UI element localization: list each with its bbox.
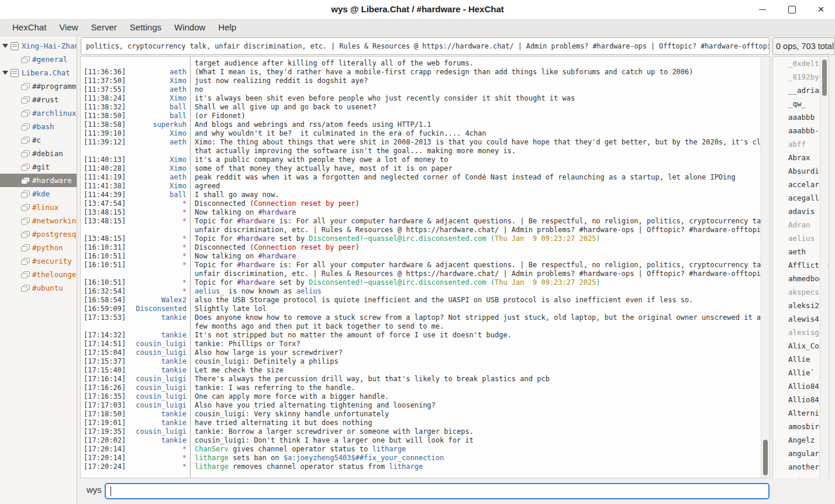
- status-star[interactable]: *: [128, 217, 192, 226]
- menu-item-window[interactable]: Window: [168, 19, 212, 36]
- status-star[interactable]: *: [128, 287, 192, 296]
- nick-label[interactable]: superkuh: [128, 120, 192, 129]
- nick-label[interactable]: aeth: [128, 138, 192, 147]
- chat-row[interactable]: [17:18:50]tankiecousin_luigi: Very skinn…: [84, 410, 761, 419]
- nick-label[interactable]: tankie: [128, 410, 192, 419]
- nick-label[interactable]: aeth: [128, 173, 192, 182]
- nick-label[interactable]: aeth: [128, 85, 192, 94]
- chat-row[interactable]: [11:44:39]ballI shall go away now.: [84, 191, 761, 199]
- status-star[interactable]: *: [128, 454, 192, 462]
- nick-label[interactable]: ball: [128, 191, 192, 199]
- nick-label[interactable]: tankie: [128, 436, 192, 445]
- close-button[interactable]: ×: [816, 5, 826, 14]
- sidebar-item-general[interactable]: #general: [0, 53, 77, 66]
- sidebar-item-programming[interactable]: ##programming: [0, 80, 77, 93]
- status-star[interactable]: *: [128, 445, 192, 454]
- nick-label[interactable]: cousin_luigi: [128, 401, 192, 410]
- chat-row[interactable]: [13:48:15]*Now talking on #hardware: [84, 208, 761, 217]
- chat-row[interactable]: unfair discrimination, etc. | Rules & Re…: [84, 226, 761, 234]
- nick-label[interactable]: tankie: [128, 331, 192, 340]
- chat-row[interactable]: [13:47:54]*Disconnected (Connection rese…: [84, 199, 761, 208]
- menu-item-hexchat[interactable]: HexChat: [6, 19, 53, 36]
- chat-row[interactable]: [13:48:15]*Topic for #hardware set by Di…: [84, 234, 761, 243]
- chat-row[interactable]: unfair discrimination, etc. | Rules & Re…: [84, 270, 761, 278]
- sidebar-item-rust[interactable]: ##rust: [0, 93, 77, 106]
- status-star[interactable]: *: [128, 208, 192, 217]
- chat-row[interactable]: [17:19:01]tankiehave tried alternating i…: [84, 419, 761, 427]
- status-star[interactable]: *: [128, 462, 192, 471]
- nick-label[interactable]: cousin_luigi: [128, 384, 192, 392]
- chat-row[interactable]: [11:37:55]aethno: [84, 85, 761, 94]
- chat-row[interactable]: [11:39:10]Ximoand why wouldn't it be? it…: [84, 129, 761, 138]
- sidebar-item-kde[interactable]: #kde: [0, 187, 77, 201]
- chat-row[interactable]: [17:17:03]cousin_luigiAlso have you trie…: [84, 401, 761, 410]
- chat-row[interactable]: [16:58:54]Walex2also the USB Storage pro…: [84, 296, 761, 305]
- chat-row[interactable]: [17:15:37]tankiecousin_luigi: Definitely…: [84, 357, 761, 366]
- chat-row[interactable]: [17:16:35]cousin_luigiOne can apply more…: [84, 392, 761, 401]
- chat-row[interactable]: [17:14:51]cousin_luigitankie: Phillips o…: [84, 340, 761, 348]
- chat-row[interactable]: few months ago and then put it back toge…: [84, 322, 761, 331]
- chat-row[interactable]: [17:15:04]cousin_luigiAlso how large is …: [84, 348, 761, 357]
- maximize-button[interactable]: [787, 5, 796, 14]
- nick-label[interactable]: cousin_luigi: [128, 375, 192, 384]
- expander-icon[interactable]: [2, 71, 8, 75]
- menu-item-view[interactable]: View: [53, 19, 84, 36]
- nick-label[interactable]: Ximo: [128, 182, 192, 191]
- chat-row[interactable]: [11:40:13]Ximoit's a public company with…: [84, 156, 761, 164]
- nick-label[interactable]: tankie: [128, 366, 192, 375]
- nick-label[interactable]: cousin_luigi: [128, 340, 192, 348]
- sidebar-item-hardware[interactable]: #hardware: [0, 174, 77, 187]
- sidebar-item-linux[interactable]: #linux: [0, 201, 77, 214]
- status-star[interactable]: *: [128, 234, 192, 243]
- chat-row[interactable]: [17:16:26]cousin_luigitankie: I was refe…: [84, 384, 761, 392]
- chat-row[interactable]: [17:14:32]tankieIt's not stripped but no…: [84, 331, 761, 340]
- nick-label[interactable]: Ximo: [128, 164, 192, 173]
- chat-row[interactable]: [16:59:09]DisconsentedSlightly late lol: [84, 305, 761, 313]
- sidebar-item-ubuntu[interactable]: #ubuntu: [0, 281, 77, 295]
- nick-label[interactable]: tankie: [128, 419, 192, 427]
- sidebar-item-c[interactable]: #c: [0, 133, 77, 147]
- chat-row[interactable]: [16:32:54]*aelius_ is now known as aeliu…: [84, 287, 761, 296]
- sidebar-item-networking[interactable]: #networking: [0, 214, 77, 227]
- chat-row[interactable]: [11:40:28]Ximosome of that money they ac…: [84, 164, 761, 173]
- chat-row[interactable]: [17:19:35]cousin_luigitankie: Borrow a l…: [84, 427, 761, 436]
- status-star[interactable]: *: [128, 278, 192, 287]
- status-star[interactable]: *: [128, 252, 192, 261]
- topic-input[interactable]: politics, cryptocurrency talk, unfair di…: [81, 37, 770, 55]
- user-list-scrollbar[interactable]: [820, 57, 828, 488]
- minimize-button[interactable]: [758, 5, 767, 14]
- title-bar[interactable]: wys @ Libera.Chat / #hardware - HexChat …: [0, 0, 835, 19]
- nick-label[interactable]: tankie: [128, 357, 192, 366]
- nick-label[interactable]: cousin_luigi: [128, 427, 192, 436]
- status-star[interactable]: *: [128, 199, 192, 208]
- sidebar-item-thelounge[interactable]: #thelounge: [0, 268, 77, 281]
- sidebar-item-debian[interactable]: #debian: [0, 147, 77, 160]
- chat-row[interactable]: [16:10:31]*Disconnected (Connection rese…: [84, 243, 761, 252]
- chat-row[interactable]: [16:10:51]*Topic for #hardware set by Di…: [84, 278, 761, 287]
- sidebar-item-libera-chat[interactable]: Libera.Chat: [0, 66, 77, 80]
- chat-row[interactable]: [17:20:02]tankiecousin_luigi: Don't thin…: [84, 436, 761, 445]
- user-list-scrollbar-thumb[interactable]: [822, 60, 827, 96]
- chat-row[interactable]: target audience after killing off litera…: [84, 59, 761, 68]
- chat-row[interactable]: [17:16:14]cousin_luigiThere's always the…: [84, 375, 761, 384]
- sidebar-item-postgresql[interactable]: #postgresql: [0, 227, 77, 241]
- chat-row[interactable]: [17:20:14]*litharge sets ban on $a:joeyz…: [84, 454, 761, 462]
- sidebar-item-bash[interactable]: #bash: [0, 120, 77, 133]
- chat-row[interactable]: that actually improving the software isn…: [84, 147, 761, 156]
- message-input[interactable]: [105, 483, 770, 499]
- chat-row[interactable]: [11:38:58]superkuhAnd blogs and webrings…: [84, 120, 761, 129]
- sidebar-item-git[interactable]: #git: [0, 160, 77, 174]
- chat-scrollbar-thumb[interactable]: [763, 440, 768, 475]
- chat-row[interactable]: [13:48:15]*Topic for #hardware is: For a…: [84, 217, 761, 226]
- nick-label[interactable]: Walex2: [128, 296, 192, 305]
- chat-row[interactable]: [17:20:14]*ChanServ gives channel operat…: [84, 445, 761, 454]
- chat-row[interactable]: [17:13:53]tankieDoes anyone know how to …: [84, 313, 761, 322]
- sidebar-item-xing-hai-zhan[interactable]: Xing-Hai-Zhan: [0, 39, 77, 53]
- nick-label[interactable]: Ximo: [128, 129, 192, 138]
- nick-label[interactable]: cousin_luigi: [128, 348, 192, 357]
- chat-row[interactable]: [11:41:38]Ximoagreed: [84, 182, 761, 191]
- chat-row[interactable]: [11:41:19]aethpeak reddit was when it wa…: [84, 173, 761, 182]
- chat-row[interactable]: [16:10:51]*Topic for #hardware is: For a…: [84, 261, 761, 270]
- expander-icon[interactable]: [2, 44, 8, 48]
- nick-label[interactable]: tankie: [128, 313, 192, 322]
